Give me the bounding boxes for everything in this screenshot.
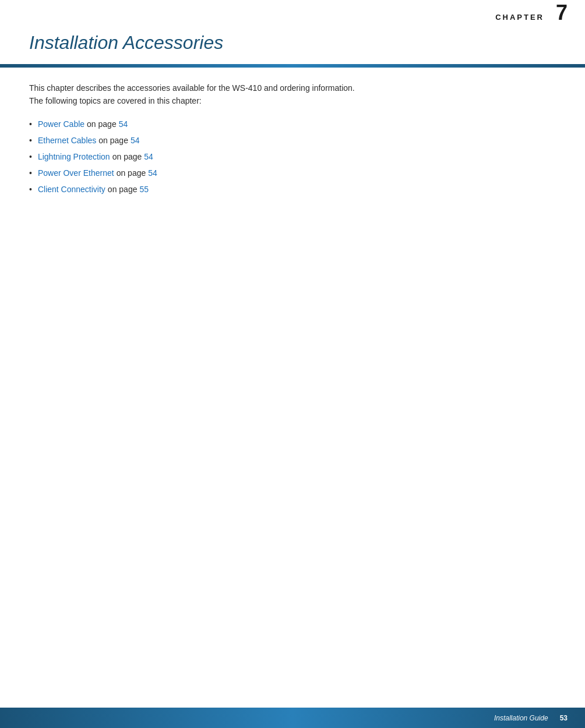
bullet-icon: • <box>29 152 32 161</box>
topic-page-2[interactable]: 54 <box>144 152 153 161</box>
bullet-icon: • <box>29 185 32 194</box>
footer-page-number: 53 <box>560 714 568 722</box>
list-item: •Ethernet Cables on page 54 <box>29 136 556 145</box>
topic-suffix-1: on page <box>98 136 128 145</box>
topic-page-3[interactable]: 54 <box>148 168 157 178</box>
topic-suffix-2: on page <box>112 152 142 161</box>
top-divider <box>0 64 585 68</box>
list-item: •Power Cable on page 54 <box>29 119 556 129</box>
topic-link-1[interactable]: Ethernet Cables <box>38 136 96 145</box>
intro-line1: This chapter describes the accessories a… <box>29 83 355 93</box>
intro-line2: The following topics are covered in this… <box>29 96 202 105</box>
bullet-icon: • <box>29 119 32 129</box>
chapter-label: Chapter <box>495 13 544 22</box>
list-item: •Lightning Protection on page 54 <box>29 152 556 161</box>
topic-suffix-4: on page <box>108 185 138 194</box>
intro-paragraph: This chapter describes the accessories a… <box>29 82 556 108</box>
page-title-area: Installation Accessories <box>29 32 556 54</box>
topic-page-4[interactable]: 55 <box>139 185 149 194</box>
topic-link-3[interactable]: Power Over Ethernet <box>38 168 114 178</box>
topic-page-0[interactable]: 54 <box>119 119 128 129</box>
page-title: Installation Accessories <box>29 32 556 54</box>
topic-suffix-0: on page <box>87 119 117 129</box>
topic-link-2[interactable]: Lightning Protection <box>38 152 110 161</box>
topic-link-4[interactable]: Client Connectivity <box>38 185 105 194</box>
topic-page-1[interactable]: 54 <box>131 136 140 145</box>
bullet-icon: • <box>29 136 32 145</box>
list-item: •Power Over Ethernet on page 54 <box>29 168 556 178</box>
bullet-icon: • <box>29 168 32 178</box>
topic-link-0[interactable]: Power Cable <box>38 119 84 129</box>
topic-suffix-3: on page <box>117 168 146 178</box>
list-item: •Client Connectivity on page 55 <box>29 185 556 194</box>
chapter-label-group: Chapter 7 <box>495 2 568 23</box>
chapter-number: 7 <box>556 2 568 23</box>
footer-bar: Installation Guide 53 <box>0 708 585 728</box>
chapter-header: Chapter 7 <box>0 0 585 25</box>
footer-label: Installation Guide <box>494 714 548 722</box>
main-content: This chapter describes the accessories a… <box>29 82 556 201</box>
topic-list: •Power Cable on page 54•Ethernet Cables … <box>29 119 556 194</box>
